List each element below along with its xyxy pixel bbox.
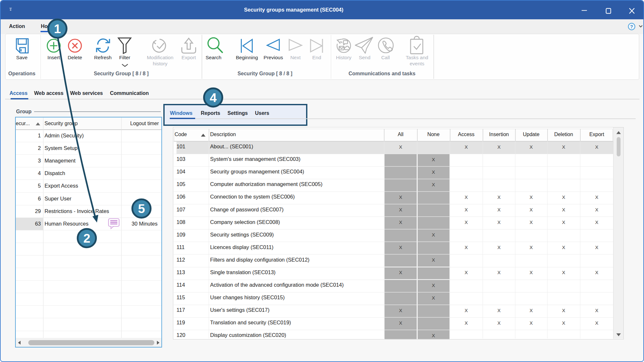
svg-text:5: 5 (138, 202, 145, 216)
svg-text:2: 2 (83, 231, 90, 245)
svg-text:4: 4 (210, 91, 217, 105)
svg-text:1: 1 (54, 22, 61, 36)
